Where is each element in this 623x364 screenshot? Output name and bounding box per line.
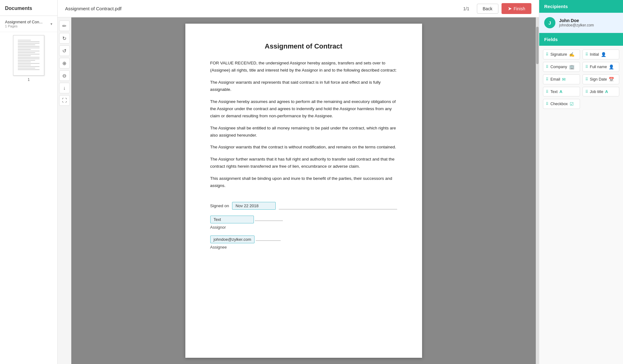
job-title-icon: A: [605, 89, 608, 94]
drag-handle-icon: ⠿: [585, 52, 588, 57]
back-button[interactable]: Back: [477, 4, 498, 14]
full-name-icon: 👤: [609, 64, 614, 69]
signed-on-label: Signed on: [210, 203, 229, 208]
thumbnail-area: 1: [0, 32, 57, 87]
drag-handle-icon: ⠿: [585, 90, 588, 94]
email-field[interactable]: johndoe@zylker.com: [210, 236, 255, 243]
left-sidebar: Documents Assignment of Con... 1 Pages ▾: [0, 0, 58, 364]
text-field[interactable]: Text: [210, 216, 254, 223]
drag-handle-icon: ⠿: [585, 65, 588, 69]
field-chip-initial-label: Initial: [590, 52, 599, 57]
recipient-name: John Doe: [559, 18, 618, 23]
pencil-icon: ✏: [62, 23, 66, 29]
pdf-title: Assignment of Contract: [210, 42, 397, 50]
toolbar: ✏ ↻ ↺ ⊕ ⊖ ↓ ⛶: [58, 17, 71, 364]
recipient-avatar: J: [544, 17, 555, 28]
scrollbar-thumb[interactable]: [536, 27, 539, 64]
drag-handle-icon: ⠿: [546, 52, 549, 57]
chevron-down-icon: ▾: [50, 22, 52, 26]
recipient-email: johndoe@zylker.com: [559, 23, 618, 27]
zoom-out-icon: ⊖: [62, 73, 66, 79]
field-chip-job-title[interactable]: ⠿ Job title A: [583, 87, 620, 96]
recipient-info: John Doe johndoe@zylker.com: [559, 18, 618, 27]
pdf-paragraph-3: The Assignee hereby assumes and agrees t…: [210, 98, 397, 120]
field-chip-job-title-label: Job title: [590, 90, 603, 94]
pdf-paragraph-5: The Assignor warrants that the contract …: [210, 144, 397, 151]
document-item[interactable]: Assignment of Con... 1 Pages ▾: [0, 16, 57, 32]
signed-on-field[interactable]: Nov 22 2018: [232, 202, 276, 210]
filename-label: Assignment of Contract.pdf: [65, 6, 463, 11]
field-chip-email[interactable]: ⠿ Email ✉: [543, 74, 580, 84]
pdf-paragraph-6: The Assignor further warrants that it ha…: [210, 156, 397, 170]
field-chip-full-name-label: Full name: [590, 65, 607, 69]
pdf-paragraph-2: The Assignor warrants and represents tha…: [210, 79, 397, 93]
download-icon: ↓: [63, 85, 66, 91]
field-chip-full-name[interactable]: ⠿ Full name 👤: [583, 62, 620, 72]
recipient-item[interactable]: J John Doe johndoe@zylker.com: [539, 13, 623, 33]
rotate-ccw-tool[interactable]: ↺: [59, 45, 70, 56]
field-chip-text[interactable]: ⠿ Text A: [543, 87, 580, 96]
right-panel: Recipients J John Doe johndoe@zylker.com…: [539, 0, 623, 364]
rotate-ccw-icon: ↺: [62, 48, 66, 54]
field-chip-signature-label: Signature: [550, 52, 567, 57]
drag-handle-icon: ⠿: [546, 77, 549, 82]
signed-on-underline: [279, 203, 397, 209]
field-chip-sign-date[interactable]: ⠿ Sign Date 📅: [583, 74, 620, 84]
download-tool[interactable]: ↓: [59, 83, 70, 93]
pencil-tool[interactable]: ✏: [59, 21, 70, 31]
pdf-viewer[interactable]: Assignment of Contract FOR VALUE RECEIVE…: [71, 17, 536, 364]
drag-handle-icon: ⠿: [546, 90, 549, 94]
rotate-cw-icon: ↻: [62, 35, 66, 41]
pdf-paragraph-1: FOR VALUE RECEIVED, the undersigned Assi…: [210, 60, 397, 74]
field-chip-company-label: Company: [550, 65, 567, 69]
field-chip-company[interactable]: ⠿ Company 🏢: [543, 62, 580, 72]
assignor-label: Assignor: [210, 225, 226, 230]
top-bar: Assignment of Contract.pdf 1/1 Back ➤ Fi…: [58, 0, 539, 17]
fields-title: Fields: [539, 33, 623, 46]
text-underline: [255, 214, 283, 221]
finish-label: Finish: [514, 6, 525, 11]
page-indicator: 1/1: [463, 6, 469, 11]
drag-handle-icon: ⠿: [546, 65, 549, 69]
fields-grid: ⠿ Signature ✍ ⠿ Initial 👤 ⠿ Company 🏢 ⠿ …: [539, 46, 623, 113]
pdf-page: Assignment of Contract FOR VALUE RECEIVE…: [185, 24, 422, 358]
field-chip-sign-date-label: Sign Date: [590, 77, 607, 82]
email-underline: [256, 234, 281, 241]
send-icon: ➤: [508, 6, 512, 12]
scrollbar-track[interactable]: [536, 17, 539, 364]
field-chip-text-label: Text: [550, 90, 558, 94]
fields-section: Fields ⠿ Signature ✍ ⠿ Initial 👤 ⠿ Compa…: [539, 33, 623, 364]
pdf-signature-section: Signed on Nov 22 2018 Text Assignor jo: [210, 202, 397, 250]
main-content: Assignment of Contract.pdf 1/1 Back ➤ Fi…: [58, 0, 539, 364]
document-area: ✏ ↻ ↺ ⊕ ⊖ ↓ ⛶ Assignment of Co: [58, 17, 539, 364]
initial-icon: 👤: [601, 52, 606, 57]
recipients-title: Recipients: [539, 0, 623, 13]
field-chip-signature[interactable]: ⠿ Signature ✍: [543, 49, 580, 59]
fullscreen-icon: ⛶: [62, 98, 67, 103]
text-icon: A: [559, 89, 562, 94]
zoom-in-tool[interactable]: ⊕: [59, 58, 70, 68]
pdf-paragraph-4: The Assignee shall be entitled to all mo…: [210, 125, 397, 139]
zoom-out-tool[interactable]: ⊖: [59, 70, 70, 81]
drag-handle-icon: ⠿: [546, 102, 549, 106]
sign-date-icon: 📅: [609, 77, 614, 82]
field-chip-email-label: Email: [550, 77, 560, 82]
thumbnail-page-number: 1: [28, 77, 30, 82]
documents-title: Documents: [0, 0, 57, 16]
fullscreen-tool[interactable]: ⛶: [59, 95, 70, 106]
drag-handle-icon: ⠿: [585, 77, 588, 82]
rotate-cw-tool[interactable]: ↻: [59, 33, 70, 44]
assignee-label: Assignee: [210, 245, 227, 250]
finish-button[interactable]: ➤ Finish: [502, 3, 531, 14]
doc-pages: 1 Pages: [5, 24, 50, 28]
doc-name: Assignment of Con...: [5, 20, 50, 24]
pdf-body: FOR VALUE RECEIVED, the undersigned Assi…: [210, 60, 397, 189]
thumbnail-lines: [18, 40, 40, 71]
email-icon: ✉: [562, 77, 566, 82]
pdf-paragraph-7: This assignment shall be binding upon an…: [210, 175, 397, 189]
zoom-in-icon: ⊕: [62, 60, 66, 66]
field-chip-initial[interactable]: ⠿ Initial 👤: [583, 49, 620, 59]
field-chip-checkbox-label: Checkbox: [550, 102, 568, 106]
field-chip-checkbox[interactable]: ⠿ Checkbox ☑: [543, 99, 580, 109]
page-thumbnail[interactable]: [13, 35, 44, 76]
